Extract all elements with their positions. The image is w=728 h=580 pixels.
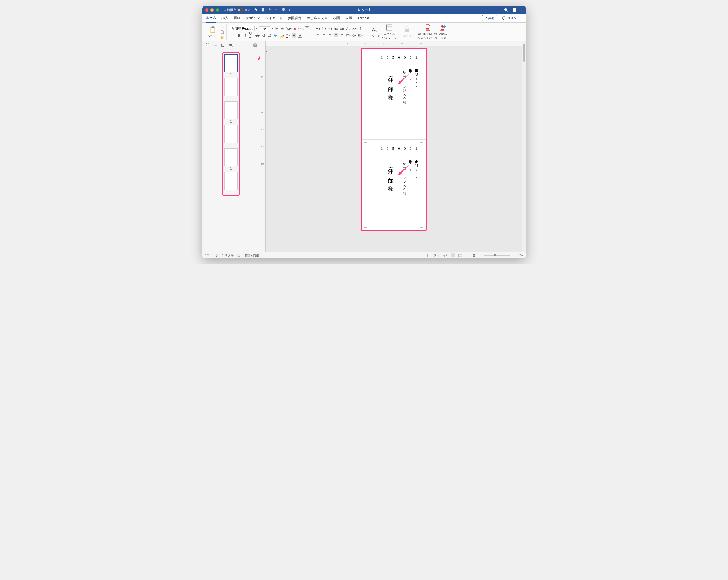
vertical-scrollbar[interactable] [522,41,526,252]
undo-icon[interactable] [268,8,272,12]
zoom-in-button[interactable]: + [513,254,514,257]
clear-format-icon[interactable]: A̷ [293,26,297,31]
styles-button[interactable]: A スタイル [369,26,381,38]
request-sign-button[interactable]: 署名を 依頼 [439,24,448,40]
char-shading-icon[interactable]: A [292,33,296,38]
style-pane-button[interactable]: スタイル ウィンドウ [382,24,396,40]
line-spacing-icon[interactable]: ↕≡▾ [346,33,350,37]
shrink-font-icon[interactable]: A▾ [280,26,285,31]
minimize-icon[interactable] [210,8,214,11]
shading-icon[interactable]: ◇▾ [352,33,357,37]
web-layout-icon[interactable] [465,254,469,258]
phonetic-guide-icon[interactable]: abcA [299,26,303,31]
chevron-down-icon[interactable]: ▾ [256,27,257,30]
save-icon[interactable] [261,8,265,12]
bold-button[interactable]: B [237,33,241,38]
word-count[interactable]: 180 文字 [222,254,233,258]
focus-label[interactable]: フォーカス [434,254,448,258]
change-case-icon[interactable]: Aa▾ [286,26,291,31]
subscript-button[interactable]: x2 [261,33,266,38]
print-icon[interactable] [282,8,286,12]
align-center-icon[interactable]: ≡ [321,33,326,37]
font-color-icon[interactable]: A▾ [286,33,290,38]
thumbnail-item[interactable]: ━━━━ 1 [225,101,238,123]
align-left-icon[interactable]: ≡ [315,33,320,37]
thumbnail-item[interactable]: ━━━━ 1 [225,54,238,76]
redo-icon[interactable] [275,8,279,12]
focus-icon[interactable] [427,254,431,258]
edit-icon[interactable] [221,43,225,47]
strikethrough-button[interactable]: ab [255,33,260,38]
text-effects-icon[interactable]: A▾ [274,33,278,38]
numbering-icon[interactable]: ⒈▾ [321,26,326,31]
autosave-toggle[interactable]: 自動保存 オフ [224,8,250,12]
share-button[interactable]: ↗ 共有 [482,15,497,21]
enclose-char-icon[interactable]: 字 [305,26,309,31]
headings-icon[interactable] [213,43,217,47]
grow-font-icon[interactable]: A▴ [274,26,279,31]
search-nav-icon[interactable] [229,43,233,47]
font-name-select[interactable]: 游明朝 Regu… [230,26,255,31]
italic-button[interactable]: I [243,33,248,38]
tab-home[interactable]: ホーム [206,14,216,23]
tab-view[interactable]: 表示 [345,14,352,22]
zoom-level[interactable]: 79% [517,254,523,257]
close-icon[interactable] [205,8,208,11]
sort-icon[interactable]: A↓ [346,26,350,31]
multilevel-icon[interactable]: ⊟▾ [328,26,332,31]
increase-indent-icon[interactable]: ≡▶ [340,26,344,31]
tab-mailings[interactable]: 差し込み文書 [307,14,328,22]
close-panel-icon[interactable]: ✕ [253,43,257,47]
comment-button[interactable]: 💬 コメント [499,15,522,21]
tab-layout[interactable]: レイアウト [265,14,282,22]
spellcheck-icon[interactable] [237,254,241,258]
zoom-slider[interactable] [484,255,510,256]
underline-button[interactable]: U ▾ [249,33,254,38]
highlight-icon[interactable]: ⬚▾ [280,33,284,38]
qat-dropdown-icon[interactable]: ▾ [288,8,290,12]
zoom-out-button[interactable]: − [479,254,481,257]
thumbnail-item[interactable]: ━━━━ 1 [225,148,238,170]
char-border-icon[interactable]: A [298,33,303,38]
copy-icon[interactable] [220,30,224,34]
thumbnails-icon[interactable] [205,43,210,47]
chevron-down-icon[interactable]: ▾ [272,27,273,30]
page-indicator[interactable]: 1/6 ページ [205,254,219,258]
asian-layout-icon[interactable]: ✕▾ [352,26,357,31]
adobe-pdf-button[interactable]: Adobe PDF の 作成および共有 [417,24,438,40]
read-mode-icon[interactable] [458,254,462,258]
maximize-icon[interactable] [216,8,219,11]
justify-icon[interactable]: ≡ [334,33,338,37]
distributed-icon[interactable]: ≡ [340,33,344,37]
thumbnail-item[interactable]: ━━━━ 1 [225,125,238,147]
tab-draw[interactable]: 描画 [234,14,241,22]
search-icon[interactable] [504,8,508,12]
thumbnail-item[interactable]: ━━━━ 1 [225,172,238,194]
paste-button[interactable]: ペースト [207,26,218,38]
tab-insert[interactable]: 挿入 [222,14,229,22]
document-area[interactable]: 2 20 40 60 80 1 0 5 0 0 0 1 東京都港区虎ノ門3-4-… [266,41,522,252]
print-layout-icon[interactable] [451,254,455,258]
chevron-down-icon[interactable]: ⌄ [521,8,523,11]
home-icon[interactable] [254,8,258,12]
document-page[interactable]: 1 0 5 0 0 0 1 東京都港区虎ノ門3-4-7 株式会社 Too サポー… [362,140,425,230]
superscript-button[interactable]: x2 [267,33,272,38]
cut-icon[interactable] [220,24,224,28]
format-painter-icon[interactable] [220,36,224,40]
tab-acrobat[interactable]: Acrobat [357,15,369,22]
thumbnail-item[interactable]: ━━━━ 1 [225,78,238,100]
toggle-icon[interactable] [237,8,244,11]
show-marks-icon[interactable]: ¶ [358,26,363,31]
account-icon[interactable] [512,8,517,12]
tab-review[interactable]: 校閲 [333,14,340,22]
sensitivity-button[interactable]: 秘密度 [402,26,411,38]
language-indicator[interactable]: 英語 (米国) [245,254,259,258]
decrease-indent-icon[interactable]: ◀≡ [334,26,338,31]
tab-references[interactable]: 参照設定 [288,14,302,22]
align-right-icon[interactable]: ≡ [328,33,332,37]
bullets-icon[interactable]: ≔▾ [315,26,320,31]
font-size-select[interactable]: 10.5 [259,26,270,31]
outline-icon[interactable] [472,254,476,258]
document-page[interactable]: 1 0 5 0 0 0 1 東京都港区虎ノ門3-4-7 株式会社 Too サポー… [362,49,425,139]
borders-icon[interactable]: ⊞▾ [358,33,363,37]
